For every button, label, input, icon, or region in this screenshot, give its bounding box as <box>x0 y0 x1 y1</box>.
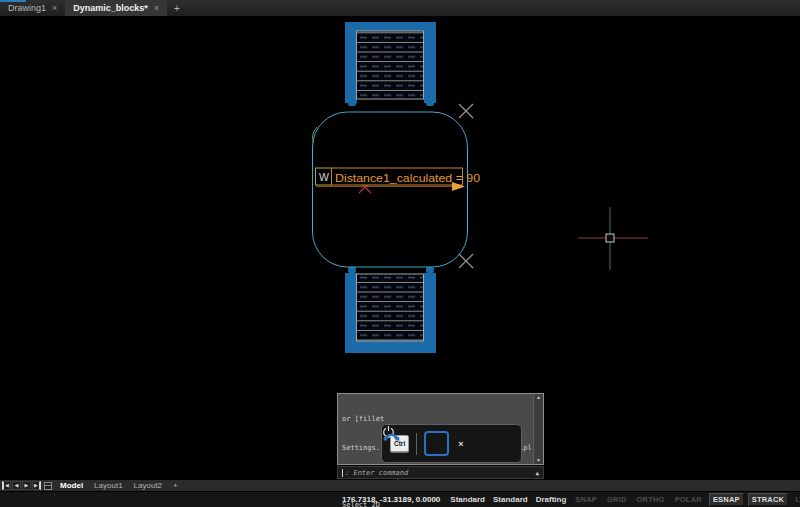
cad-application-window: Drawing1 × Dynamic_blocks* × + <box>0 0 800 507</box>
tab-dynamic-blocks[interactable]: Dynamic_blocks* × <box>65 0 167 16</box>
tab-drawing1-label: Drawing1 <box>8 3 46 13</box>
toggle-esnap[interactable]: ESNAP <box>709 493 744 506</box>
toggle-ortho[interactable]: ORTHO <box>634 494 668 505</box>
toggle-polar[interactable]: POLAR <box>672 494 705 505</box>
toggle-snap[interactable]: SNAP <box>572 494 600 505</box>
prev-tab-button[interactable]: ◀ <box>12 481 21 490</box>
dimension-text: Distance1_calculated = 90 <box>335 172 480 184</box>
toggle-strack[interactable]: STRACK <box>748 493 788 506</box>
tab-list-icon[interactable] <box>44 482 52 490</box>
toggle-lwt[interactable]: LWT <box>792 494 800 505</box>
tab-layout2[interactable]: Layout2 <box>129 480 167 491</box>
expand-history-icon[interactable]: ▲ <box>535 469 539 476</box>
tab-drawing1[interactable]: Drawing1 × <box>0 0 65 16</box>
popup-close-icon[interactable]: × <box>458 439 463 449</box>
grip-x-top-right[interactable] <box>459 104 473 118</box>
tab-dynamic-blocks-label: Dynamic_blocks* <box>73 3 148 13</box>
grip-x-bottom-right[interactable] <box>459 254 473 268</box>
text-caret <box>342 469 343 477</box>
tab-layout1[interactable]: Layout1 <box>89 480 127 491</box>
scroll-up-icon[interactable]: ▲ <box>536 395 541 400</box>
scroll-down-icon[interactable]: ▼ <box>536 458 541 463</box>
command-input-line[interactable]: : Enter command ▲ <box>337 466 544 479</box>
bottom-block-geometry[interactable] <box>345 267 436 353</box>
toggle-grid[interactable]: GRID <box>604 494 630 505</box>
top-block-geometry[interactable] <box>345 22 436 106</box>
close-icon[interactable]: × <box>154 4 159 13</box>
fillet-arc-option-selected[interactable] <box>424 431 449 456</box>
pickbox <box>606 234 614 242</box>
drawing-tab-bar: Drawing1 × Dynamic_blocks* × + <box>0 0 800 17</box>
close-icon[interactable]: × <box>52 4 57 13</box>
model-space-canvas[interactable]: W Distance1_calculated = 90 or [fillet S… <box>0 16 800 480</box>
window-edge-accent <box>0 0 26 2</box>
popup-divider <box>416 433 417 455</box>
new-layout-button[interactable]: + <box>168 480 183 491</box>
new-tab-button[interactable]: + <box>167 3 187 14</box>
command-prompt-text: : Enter command <box>345 469 408 477</box>
command-scrollbar[interactable]: ▲ ▼ <box>533 394 543 464</box>
crosshair-cursor <box>578 207 648 270</box>
parameter-grip-label: W <box>319 171 329 183</box>
fillet-arc-option-alt[interactable] <box>382 425 400 443</box>
selection-cycling-popup: Ctrl × <box>381 424 522 463</box>
rounded-square-polyline[interactable] <box>313 112 468 267</box>
dynamic-dimension[interactable]: W Distance1_calculated = 90 <box>316 168 481 191</box>
tab-model[interactable]: Model <box>55 480 88 491</box>
next-tab-button[interactable]: ▶ <box>22 481 31 490</box>
last-tab-button[interactable]: ▶ <box>32 481 41 490</box>
command-history-line: Select 2D <box>342 501 531 507</box>
first-tab-button[interactable]: ◀ <box>2 481 11 490</box>
